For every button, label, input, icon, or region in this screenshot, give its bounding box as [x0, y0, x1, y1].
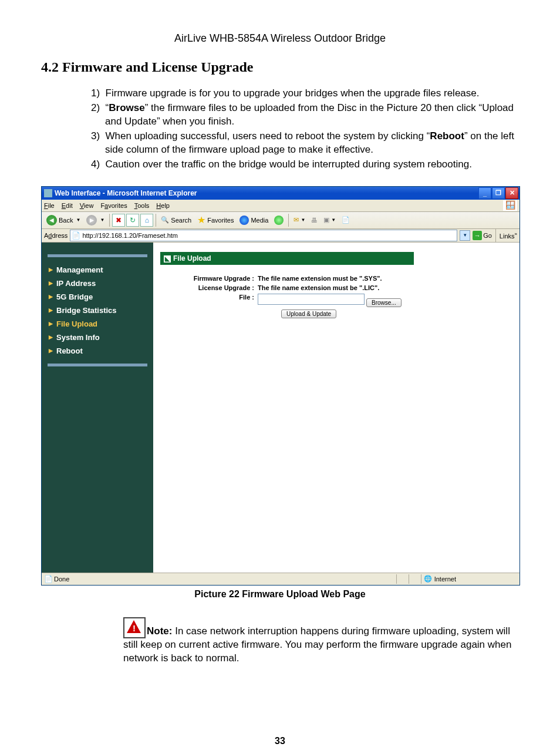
- address-bar: Address 📄 http://192.168.1.20/Frameset.h…: [42, 229, 519, 243]
- refresh-button[interactable]: ↻: [126, 214, 139, 227]
- menu-tools[interactable]: Tools: [134, 202, 150, 209]
- page-number: 33: [41, 736, 519, 746]
- firmware-upgrade-hint: The file name extension must be ".SYS".: [258, 275, 407, 282]
- stop-icon: ✖: [116, 216, 122, 224]
- sidebar-item-bridge-statistics[interactable]: ▶Bridge Statistics: [42, 304, 153, 317]
- forward-button[interactable]: ►▼: [84, 214, 107, 227]
- discuss-icon: 📄: [342, 216, 350, 224]
- url-text: http://192.168.1.20/Frameset.htm: [82, 232, 178, 239]
- go-icon: →: [473, 231, 482, 240]
- window-titlebar: Web Interface - Microsoft Internet Explo…: [42, 187, 519, 200]
- back-button[interactable]: ◄Back▼: [44, 214, 83, 227]
- sidebar-item-label: Bridge Statistics: [56, 306, 117, 315]
- home-button[interactable]: ⌂: [140, 214, 153, 227]
- chevron-right-icon: ▶: [49, 321, 53, 327]
- globe-icon: 🌐: [424, 575, 432, 583]
- menu-bar: File Edit View Favorites Tools Help: [42, 200, 519, 212]
- address-dropdown[interactable]: ▾: [460, 230, 470, 241]
- minimize-button[interactable]: _: [478, 187, 491, 199]
- menu-file[interactable]: File: [44, 202, 55, 209]
- page-icon: 📄: [44, 575, 53, 583]
- go-button[interactable]: →Go: [473, 231, 492, 240]
- chevron-right-icon: ▶: [49, 280, 53, 286]
- sidebar-item-ip-address[interactable]: ▶IP Address: [42, 277, 153, 290]
- browser-window: Web Interface - Microsoft Internet Explo…: [41, 186, 520, 586]
- chevron-right-icon: ▶: [49, 307, 53, 313]
- app-icon: [44, 189, 52, 197]
- window-title: Web Interface - Microsoft Internet Explo…: [55, 189, 197, 197]
- home-icon: ⌂: [145, 216, 149, 224]
- menu-help[interactable]: Help: [156, 202, 170, 209]
- sidebar-divider: [48, 254, 147, 257]
- firmware-upgrade-label: Firmware Upgrade :: [160, 275, 258, 282]
- close-button[interactable]: ✕: [505, 187, 518, 199]
- menu-edit[interactable]: Edit: [62, 202, 73, 209]
- menu-favorites[interactable]: Favorites: [100, 202, 127, 209]
- back-icon: ◄: [46, 215, 57, 226]
- menu-view[interactable]: View: [80, 202, 94, 209]
- page-content: ▶Management▶IP Address▶5G Bridge▶Bridge …: [42, 243, 519, 573]
- star-icon: ★: [197, 214, 205, 226]
- instruction-item: 4) Caution over the traffic on the bridg…: [91, 158, 519, 171]
- search-icon: 🔍: [161, 216, 169, 224]
- chevron-right-icon: ▶: [49, 267, 53, 272]
- sidebar-item-reboot[interactable]: ▶Reboot: [42, 344, 153, 358]
- instruction-item: 2) “Browse” the firmware files to be upl…: [91, 102, 519, 129]
- status-bar: 📄 Done 🌐 Internet: [42, 573, 519, 585]
- note-text: In case network interruption happens dur…: [123, 625, 511, 664]
- upload-form: Firmware Upgrade : The file name extensi…: [160, 265, 407, 328]
- chevron-right-icon: ▶: [49, 294, 53, 300]
- maximize-button[interactable]: ❐: [492, 187, 505, 199]
- license-upgrade-hint: The file name extension must be ".LIC".: [258, 284, 407, 291]
- sidebar-item-file-upload[interactable]: ▶File Upload: [42, 317, 153, 331]
- history-icon: [274, 216, 284, 225]
- sidebar-item-5g-bridge[interactable]: ▶5G Bridge: [42, 290, 153, 304]
- sidebar-item-label: IP Address: [56, 279, 96, 288]
- main-panel: ◣File Upload Firmware Upgrade : The file…: [153, 243, 519, 573]
- windows-logo-icon: [503, 200, 517, 211]
- toolbar: ◄Back▼ ►▼ ✖ ↻ ⌂ 🔍Search ★Favorites Media…: [42, 212, 519, 229]
- sidebar-item-label: File Upload: [56, 319, 97, 328]
- refresh-icon: ↻: [130, 216, 136, 224]
- zone-text: Internet: [434, 576, 456, 583]
- note-block: Note: In case network interruption happe…: [123, 617, 519, 665]
- search-button[interactable]: 🔍Search: [158, 215, 194, 225]
- browse-button[interactable]: Browse...: [366, 298, 402, 307]
- section-title: 4.2 Firmware and License Upgrade: [41, 59, 519, 75]
- address-input[interactable]: 📄 http://192.168.1.20/Frameset.htm: [70, 230, 457, 241]
- sidebar-item-management[interactable]: ▶Management: [42, 263, 153, 277]
- sidebar-item-label: 5G Bridge: [56, 292, 93, 301]
- edit-icon: ▣: [323, 216, 329, 224]
- license-upgrade-label: License Upgrade :: [160, 284, 258, 291]
- sidebar-item-label: Reboot: [56, 346, 83, 355]
- forward-icon: ►: [86, 215, 97, 226]
- edit-button[interactable]: ▣▼: [321, 215, 338, 225]
- history-button[interactable]: [272, 214, 286, 226]
- instruction-item: 1) Firmware upgrade is for you to upgrad…: [91, 87, 519, 100]
- stop-button[interactable]: ✖: [112, 214, 125, 227]
- sidebar-divider: [48, 364, 147, 366]
- mail-icon: ✉: [294, 216, 299, 224]
- upload-update-button[interactable]: Upload & Update: [281, 309, 336, 318]
- warning-icon: [123, 617, 146, 638]
- instruction-item: 3) When uploading successful, users need…: [91, 130, 519, 157]
- status-text: Done: [53, 576, 69, 583]
- panel-title: ◣File Upload: [160, 252, 414, 265]
- file-input[interactable]: [258, 294, 365, 305]
- mail-button[interactable]: ✉▼: [291, 215, 308, 225]
- print-button[interactable]: 🖶: [309, 216, 320, 225]
- sidebar-nav: ▶Management▶IP Address▶5G Bridge▶Bridge …: [42, 243, 153, 573]
- discuss-button[interactable]: 📄: [339, 215, 352, 225]
- figure-caption: Picture 22 Firmware Upload Web Page: [41, 589, 519, 600]
- favorites-button[interactable]: ★Favorites: [195, 213, 236, 227]
- media-button[interactable]: Media: [237, 214, 271, 226]
- chevron-right-icon: ▶: [49, 348, 53, 354]
- print-icon: 🖶: [311, 217, 318, 224]
- file-label: File :: [160, 294, 258, 307]
- document-header: AirLive WHB-5854A Wireless Outdoor Bridg…: [41, 32, 519, 45]
- instruction-list: 1) Firmware upgrade is for you to upgrad…: [41, 87, 519, 171]
- links-label[interactable]: Links»: [500, 231, 517, 240]
- sidebar-item-system-info[interactable]: ▶System Info: [42, 331, 153, 344]
- sidebar-item-label: Management: [56, 265, 103, 274]
- page-icon: 📄: [72, 231, 80, 240]
